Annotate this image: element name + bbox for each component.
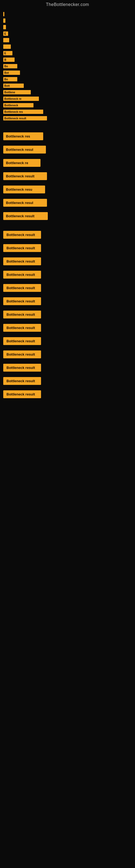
bar-row-9: Bo: [0, 63, 135, 69]
result-label-14: Bottleneck result: [6, 312, 35, 316]
result-bar-17: Bottleneck result: [3, 350, 41, 358]
bar-row-4: E: [0, 30, 135, 37]
bar-row-6: [0, 43, 135, 50]
result-bar-7: Bottleneck result: [3, 212, 48, 220]
bar-fill-1: [3, 12, 4, 16]
result-label-15: Bottleneck result: [6, 326, 35, 330]
result-row-6: Bottleneck resul: [0, 196, 135, 209]
result-row-14: Bottleneck result: [0, 308, 135, 321]
bar-row-16: Bottleneck res: [0, 108, 135, 115]
result-bar-14: Bottleneck result: [3, 311, 41, 318]
result-bar-13: Bottleneck result: [3, 297, 41, 305]
site-title-bar: TheBottlenecker.com: [0, 0, 135, 8]
bar-fill-15: Bottleneck: [3, 103, 34, 107]
bar-text-9: Bo: [4, 65, 8, 68]
bar-fill-13: Bottlene: [3, 90, 31, 94]
bar-text-17: Bottleneck result: [4, 117, 26, 120]
bar-fill-7: E: [3, 51, 12, 55]
bar-row-10: Bot: [0, 69, 135, 76]
bar-text-11: Bo: [4, 78, 8, 81]
growing-bars-section: E E B Bo Bot Bo Bott Bot: [0, 8, 135, 124]
bar-row-17: Bottleneck result: [0, 115, 135, 122]
bar-row-2: [0, 18, 135, 24]
result-bar-11: Bottleneck result: [3, 271, 41, 279]
bar-text-14: Bottleneck re: [4, 97, 21, 100]
bar-fill-11: Bo: [3, 77, 17, 82]
bar-row-12: Bott: [0, 83, 135, 89]
bar-fill-5: [3, 38, 9, 42]
result-bar-4: Bottleneck result: [3, 172, 47, 180]
result-row-16: Bottleneck result: [0, 335, 135, 348]
result-row-4: Bottleneck result: [0, 169, 135, 183]
result-row-11: Bottleneck result: [0, 268, 135, 281]
bar-row-15: Bottleneck: [0, 102, 135, 108]
bar-text-12: Bott: [4, 84, 10, 87]
bar-text-13: Bottlene: [4, 91, 15, 94]
result-bar-6: Bottleneck resul: [3, 199, 47, 207]
bar-fill-2: [3, 19, 5, 23]
result-label-6: Bottleneck resul: [6, 201, 33, 205]
bar-text-7: E: [4, 52, 6, 55]
bar-text-10: Bot: [4, 71, 9, 74]
result-bar-10: Bottleneck result: [3, 257, 41, 265]
divider-2: [0, 223, 135, 228]
result-row-18: Bottleneck result: [0, 361, 135, 374]
bar-text-8: B: [4, 58, 6, 61]
result-label-19: Bottleneck result: [6, 379, 35, 383]
result-label-9: Bottleneck result: [6, 246, 35, 250]
result-label-12: Bottleneck result: [6, 286, 35, 290]
result-row-2: Bottleneck resul: [0, 143, 135, 156]
result-row-13: Bottleneck result: [0, 294, 135, 308]
result-label-20: Bottleneck result: [6, 392, 35, 396]
bar-row-8: B: [0, 56, 135, 63]
result-row-12: Bottleneck result: [0, 281, 135, 294]
result-bar-9: Bottleneck result: [3, 244, 41, 252]
bar-row-1: [0, 11, 135, 18]
result-row-8: Bottleneck result: [0, 228, 135, 241]
result-row-15: Bottleneck result: [0, 321, 135, 335]
result-bar-1: Bottleneck res: [3, 132, 43, 140]
bar-text-15: Bottleneck: [4, 104, 18, 107]
bar-fill-6: [3, 44, 11, 49]
result-row-17: Bottleneck result: [0, 348, 135, 361]
result-row-10: Bottleneck result: [0, 255, 135, 268]
result-row-19: Bottleneck result: [0, 374, 135, 388]
result-label-1: Bottleneck res: [6, 134, 30, 138]
result-label-17: Bottleneck result: [6, 352, 35, 356]
result-bar-20: Bottleneck result: [3, 390, 41, 398]
bar-fill-12: Bott: [3, 84, 24, 88]
result-bar-18: Bottleneck result: [3, 364, 41, 372]
result-bar-16: Bottleneck result: [3, 337, 41, 345]
bar-fill-4: E: [3, 31, 8, 36]
result-row-7: Bottleneck result: [0, 209, 135, 223]
bar-fill-17: Bottleneck result: [3, 116, 47, 120]
result-label-10: Bottleneck result: [6, 259, 35, 264]
bar-row-3: [0, 24, 135, 30]
result-bar-2: Bottleneck resul: [3, 146, 46, 154]
result-label-2: Bottleneck resul: [6, 148, 33, 152]
result-label-5: Bottleneck resu: [6, 187, 32, 191]
result-row-9: Bottleneck result: [0, 241, 135, 255]
divider-1: [0, 124, 135, 130]
bar-fill-10: Bot: [3, 70, 20, 75]
bar-row-5: [0, 37, 135, 43]
result-row-5: Bottleneck resu: [0, 183, 135, 196]
result-bar-15: Bottleneck result: [3, 324, 41, 332]
result-label-7: Bottleneck result: [6, 214, 34, 218]
bar-row-7: E: [0, 50, 135, 56]
bar-fill-8: B: [3, 58, 14, 62]
bar-row-11: Bo: [0, 76, 135, 83]
result-bar-3: Bottleneck re: [3, 159, 41, 167]
result-label-11: Bottleneck result: [6, 273, 35, 277]
bar-text-16: Bottleneck res: [4, 111, 23, 113]
result-bar-19: Bottleneck result: [3, 377, 41, 385]
bar-text-4: E: [4, 32, 6, 35]
bar-fill-16: Bottleneck res: [3, 110, 43, 114]
result-bar-8: Bottleneck result: [3, 231, 41, 239]
result-row-1: Bottleneck res: [0, 130, 135, 143]
result-label-4: Bottleneck result: [6, 174, 34, 178]
bar-row-14: Bottleneck re: [0, 95, 135, 102]
result-label-13: Bottleneck result: [6, 299, 35, 303]
result-bar-12: Bottleneck result: [3, 284, 41, 292]
result-label-8: Bottleneck result: [6, 233, 35, 237]
